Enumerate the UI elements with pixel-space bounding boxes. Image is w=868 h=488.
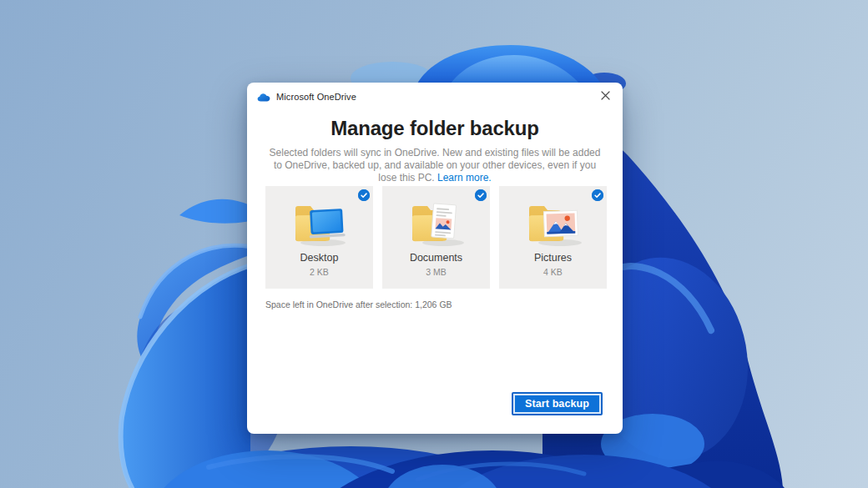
space-left-text: Space left in OneDrive after selection: … bbox=[265, 299, 452, 309]
space-left-value: 1,206 GB bbox=[415, 299, 452, 309]
selected-check-badge[interactable] bbox=[592, 189, 603, 201]
folder-cards: Desktop 2 KB bbox=[265, 186, 604, 289]
app-title: Microsoft OneDrive bbox=[276, 92, 356, 102]
start-backup-button[interactable]: Start backup bbox=[512, 392, 603, 415]
onedrive-cloud-icon bbox=[257, 93, 270, 102]
check-icon bbox=[358, 189, 370, 201]
titlebar: Microsoft OneDrive bbox=[247, 83, 623, 104]
folder-name: Pictures bbox=[499, 252, 607, 264]
desktop: Microsoft OneDrive Manage folder backup … bbox=[0, 0, 868, 488]
check-icon bbox=[592, 189, 603, 201]
desktop-folder-icon bbox=[265, 194, 373, 248]
folder-name: Documents bbox=[382, 252, 490, 264]
folder-size: 4 KB bbox=[499, 267, 607, 277]
close-button[interactable] bbox=[597, 87, 613, 103]
selected-check-badge[interactable] bbox=[358, 189, 370, 201]
description-text: Selected folders will sync in OneDrive. … bbox=[270, 147, 601, 184]
learn-more-link[interactable]: Learn more. bbox=[437, 172, 492, 184]
pictures-folder-icon bbox=[499, 194, 607, 248]
folder-card-pictures[interactable]: Pictures 4 KB bbox=[499, 186, 607, 289]
documents-folder-icon bbox=[382, 194, 490, 248]
folder-card-documents[interactable]: Documents 3 MB bbox=[382, 186, 490, 289]
space-left-label: Space left in OneDrive after selection: bbox=[265, 299, 412, 309]
onedrive-dialog: Microsoft OneDrive Manage folder backup … bbox=[247, 83, 623, 434]
folder-card-desktop[interactable]: Desktop 2 KB bbox=[265, 186, 373, 289]
selected-check-badge[interactable] bbox=[475, 189, 487, 201]
close-icon bbox=[601, 91, 610, 100]
description: Selected folders will sync in OneDrive. … bbox=[269, 147, 601, 184]
page-title: Manage folder backup bbox=[247, 117, 623, 140]
folder-size: 2 KB bbox=[265, 267, 373, 277]
folder-size: 3 MB bbox=[382, 267, 490, 277]
check-icon bbox=[475, 189, 487, 201]
folder-name: Desktop bbox=[265, 252, 373, 264]
